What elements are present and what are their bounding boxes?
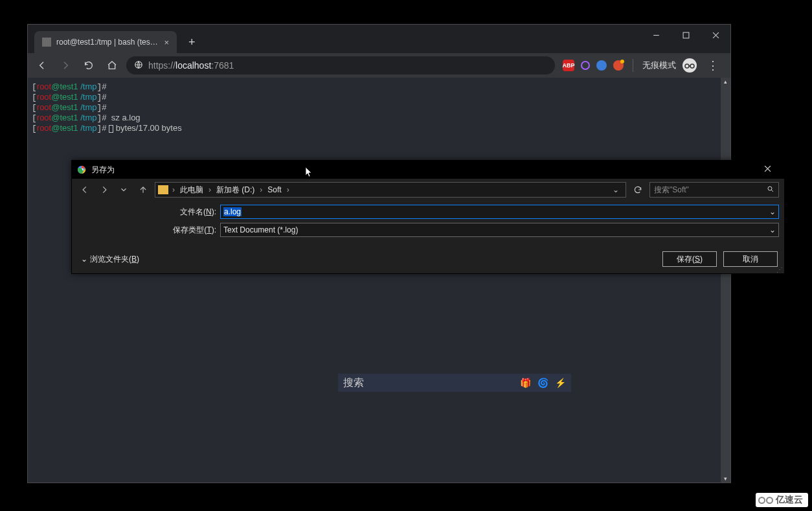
scrollbar-up-icon[interactable]: ▴ bbox=[721, 78, 730, 85]
url-port: :7681 bbox=[211, 60, 234, 71]
folder-icon bbox=[158, 185, 168, 194]
gift-icon[interactable]: 🎁 bbox=[520, 378, 531, 388]
svg-line-13 bbox=[771, 190, 773, 192]
chevron-right-icon: › bbox=[171, 185, 176, 194]
breadcrumb-item[interactable]: Soft bbox=[265, 184, 284, 196]
filetype-label: 保存类型(T): bbox=[77, 225, 216, 236]
chevron-right-icon: › bbox=[207, 185, 212, 194]
url-host: localhost bbox=[175, 60, 211, 71]
bolt-icon[interactable]: ⚡ bbox=[555, 378, 566, 388]
nav-reload-button[interactable] bbox=[80, 56, 98, 74]
extension-abp-icon[interactable]: ABP bbox=[563, 60, 574, 71]
window-controls bbox=[641, 25, 730, 53]
address-bar: https://localhost:7681 ABP 无痕模式 ⋮ bbox=[28, 53, 730, 78]
incognito-label: 无痕模式 bbox=[642, 60, 676, 71]
svg-rect-1 bbox=[683, 32, 689, 38]
chrome-icon bbox=[77, 165, 86, 174]
window-maximize-button[interactable] bbox=[671, 25, 701, 45]
nav-back-button[interactable] bbox=[33, 56, 51, 74]
breadcrumb-item[interactable]: 新加卷 (D:) bbox=[214, 183, 257, 197]
chevron-down-icon: ⌄ bbox=[81, 255, 87, 264]
save-button[interactable]: 保存(S) bbox=[662, 251, 717, 267]
extension-circle-icon[interactable] bbox=[581, 61, 590, 70]
breadcrumb[interactable]: › 此电脑 › 新加卷 (D:) › Soft › ⌄ bbox=[155, 182, 626, 198]
svg-point-6 bbox=[690, 64, 694, 68]
tab-title: root@test1:/tmp | bash (test1... bbox=[56, 38, 159, 47]
breadcrumb-dropdown-icon[interactable]: ⌄ bbox=[609, 185, 623, 194]
dialog-fields: 文件名(N): a.log ⌄ 保存类型(T): Text Document (… bbox=[72, 201, 784, 245]
svg-point-12 bbox=[768, 187, 772, 190]
save-as-dialog: 另存为 › 此电脑 › 新加卷 (D:) › Soft › ⌄ 搜索"Soft"… bbox=[71, 160, 785, 274]
scrollbar[interactable]: ▴ ▾ bbox=[721, 78, 730, 483]
dialog-close-button[interactable] bbox=[756, 165, 779, 174]
dialog-search-input[interactable]: 搜索"Soft" bbox=[649, 182, 779, 198]
browse-folders-toggle[interactable]: ⌄ 浏览文件夹(B) bbox=[81, 254, 139, 265]
browser-titlebar: root@test1:/tmp | bash (test1... × + bbox=[28, 25, 730, 53]
watermark: 亿速云 bbox=[756, 493, 808, 507]
nav-home-button[interactable] bbox=[103, 56, 121, 74]
search-icon bbox=[767, 185, 774, 195]
extension-blue-icon[interactable] bbox=[596, 60, 607, 71]
chevron-right-icon: › bbox=[286, 185, 291, 194]
breadcrumb-item[interactable]: 此电脑 bbox=[177, 183, 206, 197]
svg-point-5 bbox=[685, 64, 689, 68]
dialog-titlebar[interactable]: 另存为 bbox=[72, 161, 784, 179]
dialog-search-placeholder: 搜索"Soft" bbox=[654, 185, 689, 196]
mouse-cursor-icon bbox=[305, 166, 313, 178]
dialog-nav-forward-button[interactable] bbox=[96, 182, 112, 198]
dialog-title: 另存为 bbox=[91, 165, 115, 176]
incognito-icon[interactable] bbox=[682, 58, 697, 73]
cancel-button[interactable]: 取消 bbox=[723, 251, 778, 267]
browser-tab[interactable]: root@test1:/tmp | bash (test1... × bbox=[34, 31, 177, 53]
filetype-value: Text Document (*.log) bbox=[223, 225, 298, 234]
filetype-select[interactable]: Text Document (*.log) ⌄ bbox=[220, 223, 779, 237]
tab-favicon-icon bbox=[42, 38, 51, 47]
resize-grip-icon[interactable]: ⋰ bbox=[776, 268, 783, 272]
filename-input[interactable]: a.log ⌄ bbox=[220, 205, 779, 219]
url-scheme: https:// bbox=[148, 60, 175, 71]
filename-value: a.log bbox=[223, 207, 242, 216]
page-content: [root@test1 /tmp]# [root@test1 /tmp]# [r… bbox=[28, 78, 730, 483]
url-input[interactable]: https://localhost:7681 bbox=[126, 56, 555, 74]
tab-close-icon[interactable]: × bbox=[164, 38, 169, 47]
dialog-nav-up-button[interactable] bbox=[135, 182, 151, 198]
globe-icon bbox=[134, 60, 143, 71]
chevron-down-icon[interactable]: ⌄ bbox=[769, 225, 776, 234]
watermark-logo-icon bbox=[758, 497, 773, 504]
terminal-output[interactable]: [root@test1 /tmp]# [root@test1 /tmp]# [r… bbox=[28, 78, 730, 137]
window-minimize-button[interactable] bbox=[641, 25, 671, 45]
extension-icons: ABP 无痕模式 ⋮ bbox=[560, 58, 725, 73]
dialog-nav-back-button[interactable] bbox=[77, 182, 93, 198]
watermark-text: 亿速云 bbox=[776, 494, 803, 506]
page-search-label: 搜索 bbox=[343, 376, 364, 390]
chevron-down-icon[interactable]: ⌄ bbox=[769, 207, 776, 216]
dialog-nav: › 此电脑 › 新加卷 (D:) › Soft › ⌄ 搜索"Soft" bbox=[72, 179, 784, 201]
chevron-right-icon: › bbox=[258, 185, 264, 194]
dialog-nav-recent-button[interactable] bbox=[116, 182, 131, 198]
extension-weibo-icon[interactable] bbox=[613, 60, 624, 71]
window-close-button[interactable] bbox=[701, 25, 730, 45]
scrollbar-down-icon[interactable]: ▾ bbox=[721, 475, 730, 483]
dialog-footer: ⌄ 浏览文件夹(B) 保存(S) 取消 bbox=[72, 245, 784, 273]
filename-label: 文件名(N): bbox=[77, 207, 216, 218]
nav-forward-button[interactable] bbox=[56, 56, 74, 74]
page-search-bar[interactable]: 搜索 🎁 🌀 ⚡ bbox=[338, 374, 571, 392]
toolbar-divider bbox=[633, 59, 633, 72]
new-tab-button[interactable]: + bbox=[188, 36, 196, 49]
target-icon[interactable]: 🌀 bbox=[537, 378, 548, 388]
dialog-refresh-button[interactable] bbox=[630, 182, 646, 198]
browser-menu-button[interactable]: ⋮ bbox=[703, 58, 723, 73]
